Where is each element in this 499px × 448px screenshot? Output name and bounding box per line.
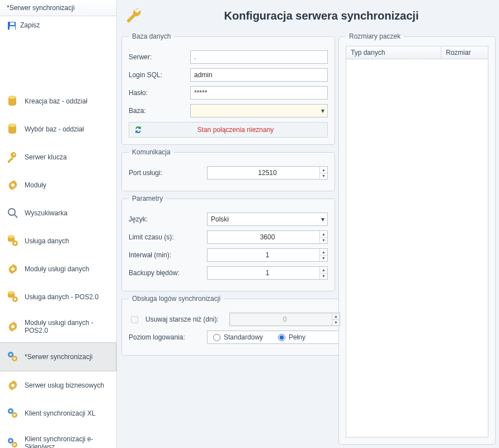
communication-group: Komunikacja Port usługi: ▲▼: [121, 148, 335, 191]
page-title: Konfiguracja serwera synchronizacji: [150, 10, 492, 22]
password-input[interactable]: [190, 86, 328, 100]
sidebar-item-label: Klient synchronizacji e-Sklep/wsz: [25, 435, 111, 448]
db-gear-icon: [7, 235, 19, 247]
main-panel: Konfiguracja serwera synchronizacji Baza…: [117, 0, 499, 448]
port-input[interactable]: [207, 166, 328, 180]
port-spin-up[interactable]: ▲: [319, 167, 327, 173]
backups-spin-up[interactable]: ▲: [319, 267, 327, 273]
packet-sizes-group: Rozmiary paczek Typ danych Rozmiar: [338, 32, 496, 445]
sidebar-item[interactable]: Usługa danych - POS2.0: [0, 283, 116, 311]
sidebar-item-label: Kreacja baz - oddział: [25, 97, 87, 105]
sidebar-list: Kreacja baz - oddziałWybór baz - oddział…: [0, 87, 116, 448]
sidebar-item[interactable]: Usługa danych: [0, 227, 116, 255]
sidebar-item[interactable]: Serwer usług biznesowych: [0, 371, 116, 399]
sidebar-item[interactable]: Wybór baz - oddział: [0, 115, 116, 143]
db-select-icon: [7, 123, 19, 135]
timeout-spin-down[interactable]: ▼: [319, 238, 327, 244]
sidebar-item-label: *Serwer synchronizacji: [25, 353, 92, 361]
log-level-radio-group: Standardowy Pełny: [207, 331, 340, 344]
base-label: Baza:: [129, 107, 185, 115]
log-level-label: Poziom logowania:: [129, 333, 201, 341]
sidebar-item-label: Serwer klucza: [25, 153, 67, 161]
logs-group: Obsługa logów synchronizacji Usuwaj star…: [121, 295, 347, 356]
left-column: Baza danych Serwer: Login SQL: Hasło:: [121, 32, 335, 445]
communication-legend: Komunikacja: [129, 148, 174, 156]
gear-icon: [7, 379, 19, 392]
app-root: *Serwer synchronizacji Zapisz Kreacja ba…: [0, 0, 499, 448]
sidebar-item-label: Wyszukiwarka: [25, 209, 68, 217]
password-label: Hasło:: [129, 89, 185, 97]
sidebar-item[interactable]: Klient synchronizacji e-Sklep/wsz: [0, 427, 116, 448]
parameters-group: Parametry Język: Polski ▾ Limit czasu (s…: [121, 195, 335, 291]
database-legend: Baza danych: [129, 32, 174, 40]
log-level-standard[interactable]: Standardowy: [213, 333, 269, 341]
content-columns: Baza danych Serwer: Login SQL: Hasło:: [121, 32, 496, 445]
refresh-icon: [134, 125, 143, 134]
magnify-icon: [7, 207, 19, 219]
sync-gears-icon: [7, 351, 19, 363]
server-label: Serwer:: [129, 53, 185, 61]
server-input[interactable]: [190, 50, 328, 64]
sidebar-item-label: Moduły usługi danych - POS2.0: [25, 319, 111, 334]
sidebar-item-label: Serwer usług biznesowych: [25, 381, 104, 389]
sidebar-item-label: Wybór baz - oddział: [25, 125, 84, 133]
col-size[interactable]: Rozmiar: [441, 46, 488, 59]
save-icon: [7, 21, 16, 30]
sidebar-item[interactable]: Klient synchronizacji XL: [0, 399, 116, 427]
sidebar-item[interactable]: Serwer klucza: [0, 143, 116, 171]
sidebar-item[interactable]: Kreacja baz - oddział: [0, 87, 116, 115]
interval-input[interactable]: [207, 248, 328, 262]
sidebar-item[interactable]: Wyszukiwarka: [0, 199, 116, 227]
interval-spin-down[interactable]: ▼: [319, 256, 327, 262]
db-create-icon: [7, 95, 19, 107]
sidebar-item[interactable]: Moduły usługi danych: [0, 255, 116, 283]
sidebar-header: *Serwer synchronizacji: [0, 0, 116, 16]
logs-legend: Obsługa logów synchronizacji: [129, 295, 224, 303]
wrench-icon: [125, 7, 143, 25]
db-gear-icon: [7, 291, 19, 303]
base-select[interactable]: [190, 104, 328, 117]
sidebar-item-label: Moduły usługi danych: [25, 265, 89, 273]
save-button[interactable]: Zapisz: [0, 16, 116, 34]
delete-older-checkbox[interactable]: [131, 316, 138, 323]
port-spin-down[interactable]: ▼: [319, 173, 327, 180]
sidebar-item[interactable]: Moduły: [0, 171, 116, 199]
packet-sizes-table: Typ danych Rozmiar: [346, 46, 488, 437]
interval-label: Interwał (min):: [129, 251, 201, 259]
lang-label: Język:: [129, 215, 201, 223]
right-column: Rozmiary paczek Typ danych Rozmiar: [338, 32, 496, 445]
sync-gears-icon: [7, 407, 19, 419]
sidebar-item[interactable]: *Serwer synchronizacji: [0, 342, 116, 371]
gear-icon: [7, 179, 19, 191]
table-body: [346, 59, 488, 437]
delete-older-label: Usuwaj starsze niż (dni):: [145, 315, 224, 323]
table-header: Typ danych Rozmiar: [346, 46, 488, 59]
save-label: Zapisz: [20, 21, 40, 29]
connection-status-button[interactable]: Stan połączenia nieznany: [129, 122, 328, 138]
backups-input[interactable]: [207, 266, 328, 280]
packet-sizes-legend: Rozmiary paczek: [346, 32, 404, 40]
sidebar-item-label: Usługa danych - POS2.0: [25, 293, 98, 301]
key-icon: [7, 151, 19, 163]
page-header: Konfiguracja serwera synchronizacji: [121, 3, 496, 32]
database-group: Baza danych Serwer: Login SQL: Hasło:: [121, 32, 335, 145]
lang-select[interactable]: Polski: [207, 213, 328, 226]
col-type[interactable]: Typ danych: [346, 46, 441, 59]
timeout-spin-up[interactable]: ▲: [319, 231, 327, 238]
port-label: Port usługi:: [129, 169, 201, 177]
gear-icon: [7, 263, 19, 275]
connection-status-text: Stan połączenia nieznany: [148, 126, 323, 134]
interval-spin-up[interactable]: ▲: [319, 249, 327, 256]
delete-days-input: [229, 313, 340, 326]
login-label: Login SQL:: [129, 71, 185, 79]
log-level-full[interactable]: Pełny: [278, 333, 334, 341]
login-input[interactable]: [190, 68, 328, 82]
gear-icon: [7, 320, 19, 333]
timeout-input[interactable]: [207, 230, 328, 244]
sidebar-item-label: Moduły: [25, 181, 46, 189]
sidebar-item[interactable]: Moduły usługi danych - POS2.0: [0, 311, 116, 342]
sync-gears-icon: [7, 437, 19, 448]
backups-label: Backupy błędów:: [129, 269, 201, 277]
sidebar-item-label: Klient synchronizacji XL: [25, 409, 96, 417]
backups-spin-down[interactable]: ▼: [319, 273, 327, 280]
